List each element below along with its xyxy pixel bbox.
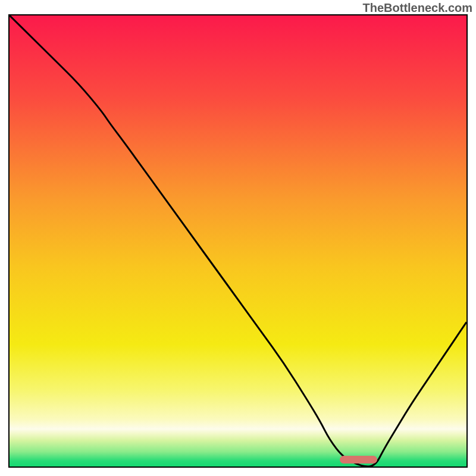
optimum-range-marker <box>340 456 377 464</box>
watermark-text: TheBottleneck.com <box>363 1 472 15</box>
bottleneck-curve <box>10 15 466 466</box>
chart-frame <box>8 14 468 468</box>
